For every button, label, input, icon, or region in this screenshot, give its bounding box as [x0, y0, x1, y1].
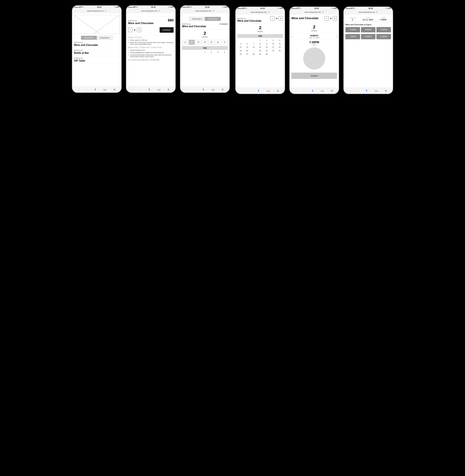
book-btn-5[interactable]: 📖 [320, 89, 325, 93]
num-cell-5[interactable]: 5 [208, 40, 215, 45]
listing-item-3[interactable]: $225/Person VIP Table [74, 57, 120, 64]
cal-d29[interactable]: 29 [257, 52, 263, 56]
share-btn-4[interactable]: ⬆ [256, 89, 260, 93]
cal-d20[interactable]: 20 [244, 49, 250, 52]
prev-day-btn-5[interactable]: ‹ [291, 35, 292, 38]
back-nav-btn-4[interactable]: ‹ [241, 89, 243, 93]
refresh-icon-6[interactable]: ↻ [376, 11, 378, 13]
cal-d22[interactable]: 22 [257, 49, 263, 52]
seg-experiences-1[interactable]: Experiences [97, 36, 113, 40]
share-btn-1[interactable]: ⬆ [93, 88, 97, 91]
fwd-nav-btn-3[interactable]: › [193, 88, 196, 91]
increment-btn-5[interactable]: + [333, 16, 337, 21]
copy-btn-6[interactable]: ⧉ [384, 89, 388, 93]
refresh-icon-3[interactable]: ↻ [213, 10, 214, 12]
back-nav-btn-6[interactable]: ‹ [349, 89, 351, 93]
book-btn-2[interactable]: 📖 [157, 88, 161, 91]
cal-d25[interactable]: 25 [276, 49, 283, 52]
cal-d27[interactable]: 27 [244, 52, 250, 56]
book-btn-1[interactable]: 📖 [102, 88, 107, 91]
cal-d8[interactable]: 8 [257, 42, 263, 45]
cal-d5[interactable]: 5 [237, 42, 244, 45]
copy-btn-4[interactable]: ⧉ [276, 89, 280, 93]
share-btn-2[interactable]: ⬆ [147, 88, 151, 91]
cal-d6[interactable]: 6 [244, 42, 250, 45]
back-nav-btn-2[interactable]: ‹ [131, 88, 134, 91]
slot-1-3[interactable]: 8:30PM [376, 27, 391, 32]
copy-btn-1[interactable]: ⧉ [113, 88, 116, 91]
cal-d18[interactable]: 18 [276, 45, 283, 49]
cal-d9[interactable]: 9 [264, 42, 270, 45]
num-cell-4[interactable]: 4 [202, 40, 208, 45]
refresh-icon-1[interactable]: ↻ [105, 10, 106, 12]
listing-item-1[interactable]: $135/Person Wine and Chocolate [74, 42, 120, 48]
cal-d16[interactable]: 16 [264, 45, 270, 49]
num-cell-6[interactable]: 6 [215, 40, 221, 45]
copy-btn-2[interactable]: ⧉ [167, 88, 170, 91]
num-cell-2[interactable]: 2 [189, 40, 195, 45]
seg-experiences-3[interactable]: Experiences [205, 17, 221, 21]
cal-d30[interactable]: 30 [264, 52, 270, 56]
cal-d28[interactable]: 28 [250, 52, 257, 56]
decrement-btn-2[interactable]: − [128, 28, 132, 32]
cal-day-1[interactable]: 1 [201, 51, 208, 54]
fwd-nav-btn-6[interactable]: › [357, 89, 359, 93]
guests-dropdown[interactable]: GUESTS 2 ▾ [345, 16, 361, 22]
slot-2-1[interactable]: 7:30PM [345, 34, 360, 39]
slot-1-2[interactable]: 8:00PM [361, 27, 376, 32]
fwd-nav-btn-1[interactable]: › [85, 88, 88, 91]
seg-reservation-1[interactable]: Reservation [81, 36, 97, 40]
cal-d26[interactable]: 26 [237, 52, 244, 56]
book-btn-6[interactable]: 📖 [374, 89, 379, 93]
cal-d12[interactable]: 12 [237, 45, 244, 49]
decrement-btn-4[interactable]: − [270, 16, 275, 21]
increment-btn-4[interactable]: + [278, 16, 283, 21]
share-btn-5[interactable]: ⬆ [311, 89, 315, 93]
cal-d7[interactable]: 7 [250, 42, 257, 45]
cal-day-2[interactable]: 2 [208, 51, 215, 54]
cal-day-4[interactable]: 4 [221, 51, 228, 54]
cal-d2[interactable]: 2 [264, 39, 270, 42]
num-cell-1[interactable]: 1 [182, 40, 188, 45]
cal-d14[interactable]: 14 [250, 45, 257, 49]
num-cell-7[interactable]: 7 [221, 40, 228, 45]
book-btn-3[interactable]: 📖 [211, 88, 216, 91]
book-btn-4[interactable]: 📖 [266, 89, 271, 93]
share-btn-3[interactable]: ⬆ [201, 88, 205, 91]
time-dropdown[interactable]: TIME 7:30PM ▾ [376, 16, 391, 22]
cal-d11[interactable]: 11 [276, 42, 283, 45]
increment-btn-2[interactable]: + [137, 28, 141, 32]
cal-d1[interactable]: 1 [257, 39, 263, 42]
next-day-btn-5[interactable]: › [336, 35, 337, 38]
cal-d10[interactable]: 10 [270, 42, 276, 45]
slot-2-3[interactable]: 8:30PM [376, 34, 391, 39]
submit-btn-5[interactable]: Submit [291, 73, 337, 79]
cal-d13[interactable]: 13 [244, 45, 250, 49]
share-btn-6[interactable]: ⬆ [365, 89, 369, 93]
fwd-nav-btn-4[interactable]: › [249, 89, 251, 93]
back-nav-btn-5[interactable]: ‹ [295, 89, 297, 93]
cal-d19[interactable]: 19 [237, 49, 244, 52]
seg-reservation-3[interactable]: Reservation [189, 17, 205, 21]
back-nav-btn-3[interactable]: ‹ [185, 88, 188, 91]
cal-d21[interactable]: 21 [250, 49, 257, 52]
copy-btn-3[interactable]: ⧉ [221, 88, 224, 91]
cal-d23[interactable]: 23 [264, 49, 270, 52]
decrement-btn-5[interactable]: − [324, 16, 329, 21]
fwd-nav-btn-5[interactable]: › [303, 89, 305, 93]
refresh-icon-2[interactable]: ↻ [159, 10, 160, 12]
cal-d17[interactable]: 17 [270, 45, 276, 49]
slot-2-2[interactable]: 8:00PM [361, 34, 376, 39]
cal-d15[interactable]: 15 [257, 45, 263, 49]
back-btn-2[interactable]: ‹ [127, 14, 128, 16]
num-cell-3[interactable]: 3 [195, 40, 201, 45]
listing-item-2[interactable]: $195/Person Bottle at Bar [74, 50, 120, 56]
cal-day-3[interactable]: 3 [215, 51, 221, 54]
fwd-nav-btn-2[interactable]: › [139, 88, 142, 91]
time-picker-circle-5[interactable] [303, 47, 325, 69]
refresh-icon-4[interactable]: ↻ [268, 11, 270, 13]
back-nav-btn-1[interactable]: ‹ [77, 88, 80, 91]
cal-d3[interactable]: 3 [270, 39, 276, 42]
copy-btn-5[interactable]: ⧉ [330, 89, 334, 93]
refresh-icon-5[interactable]: ↻ [322, 11, 324, 13]
